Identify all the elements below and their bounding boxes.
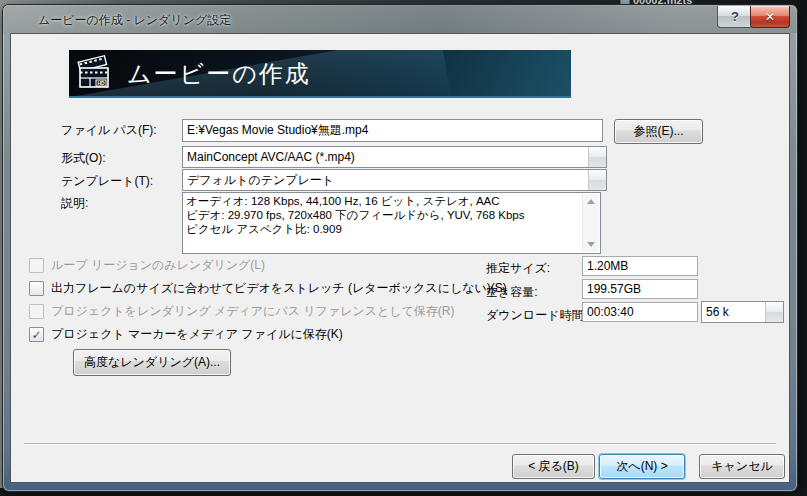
- checkbox-checked[interactable]: ✓: [29, 327, 44, 342]
- checkbox-row[interactable]: ループ リージョンのみレンダリング(L): [29, 258, 507, 273]
- dropdown-arrow-icon: [770, 310, 778, 315]
- description-label: 説明:: [61, 195, 88, 212]
- file-path-label: ファイル パス(F):: [61, 122, 157, 139]
- checkbox-unchecked[interactable]: [29, 258, 44, 273]
- download-speed-select[interactable]: 56 k: [701, 301, 784, 323]
- checkbox-row[interactable]: ✓プロジェクト マーカーをメディア ファイルに保存(K): [29, 327, 507, 342]
- format-select[interactable]: MainConcept AVC/AAC (*.mp4): [182, 146, 607, 168]
- description-text: オーディオ: 128 Kbps, 44,100 Hz, 16 ビット, ステレオ…: [186, 194, 580, 252]
- description-box[interactable]: オーディオ: 128 Kbps, 44,100 Hz, 16 ビット, ステレオ…: [182, 192, 601, 254]
- back-button[interactable]: < 戻る(B): [512, 454, 595, 479]
- template-select[interactable]: デフォルトのテンプレート: [182, 169, 607, 191]
- dropdown-arrow-icon: [593, 178, 601, 183]
- help-icon: ?: [731, 9, 739, 24]
- clapperboard-icon: HD: [76, 54, 114, 92]
- estimated-size-label: 推定サイズ:: [486, 260, 550, 277]
- file-path-input[interactable]: [182, 119, 603, 142]
- banner-title: ムービーの作成: [127, 58, 311, 90]
- close-button[interactable]: ✕: [750, 6, 790, 28]
- checkbox-unchecked[interactable]: [29, 281, 44, 296]
- render-settings-dialog: ムービーの作成 - レンダリング設定 ? ✕: [3, 5, 797, 491]
- checkbox-label: プロジェクト マーカーをメディア ファイルに保存(K): [51, 326, 343, 343]
- format-label: 形式(O):: [61, 150, 106, 167]
- window-title: ムービーの作成 - レンダリング設定: [38, 12, 231, 29]
- browse-button[interactable]: 参照(E)...: [614, 119, 703, 144]
- checkbox-label: ループ リージョンのみレンダリング(L): [51, 257, 265, 274]
- template-label: テンプレート(T):: [61, 173, 153, 190]
- desktop-background: 00002.m2ts ムービーの作成 - レンダリング設定 ? ✕: [0, 0, 807, 496]
- free-space-label: 空き容量:: [486, 284, 538, 301]
- close-icon: ✕: [765, 10, 775, 24]
- free-space-value: 199.57GB: [582, 279, 698, 299]
- header-banner: HD ムービーの作成: [69, 50, 571, 98]
- advanced-render-button[interactable]: 高度なレンダリング(A)...: [73, 349, 231, 376]
- footer-separator: [24, 443, 776, 444]
- download-time-value: 00:03:40: [582, 302, 698, 322]
- scroll-down-icon[interactable]: [587, 242, 595, 247]
- dialog-client-area: HD ムービーの作成 ファイル パス(F): 参照(E)... 形式(O): M…: [10, 33, 790, 483]
- checkbox-unchecked[interactable]: [29, 304, 44, 319]
- svg-text:HD: HD: [98, 80, 106, 86]
- checkbox-label: 出力フレームのサイズに合わせてビデオをストレッチ (レターボックスにしない)(S…: [51, 280, 507, 297]
- description-scrollbar[interactable]: [582, 194, 599, 252]
- checkbox-list: ループ リージョンのみレンダリング(L)出力フレームのサイズに合わせてビデオをス…: [29, 258, 507, 350]
- estimated-size-value: 1.20MB: [582, 256, 698, 276]
- dropdown-arrow-icon: [593, 155, 601, 160]
- help-button[interactable]: ?: [717, 6, 753, 28]
- checkbox-label: プロジェクトをレンダリング メディアにパス リファレンスとして保存(R): [51, 303, 454, 320]
- scroll-up-icon[interactable]: [587, 199, 595, 204]
- cancel-button[interactable]: キャンセル: [699, 454, 785, 479]
- checkbox-row[interactable]: プロジェクトをレンダリング メディアにパス リファレンスとして保存(R): [29, 304, 507, 319]
- titlebar[interactable]: ムービーの作成 - レンダリング設定 ? ✕: [3, 5, 797, 33]
- next-button[interactable]: 次へ(N) >: [599, 454, 685, 479]
- checkbox-row[interactable]: 出力フレームのサイズに合わせてビデオをストレッチ (レターボックスにしない)(S…: [29, 281, 507, 296]
